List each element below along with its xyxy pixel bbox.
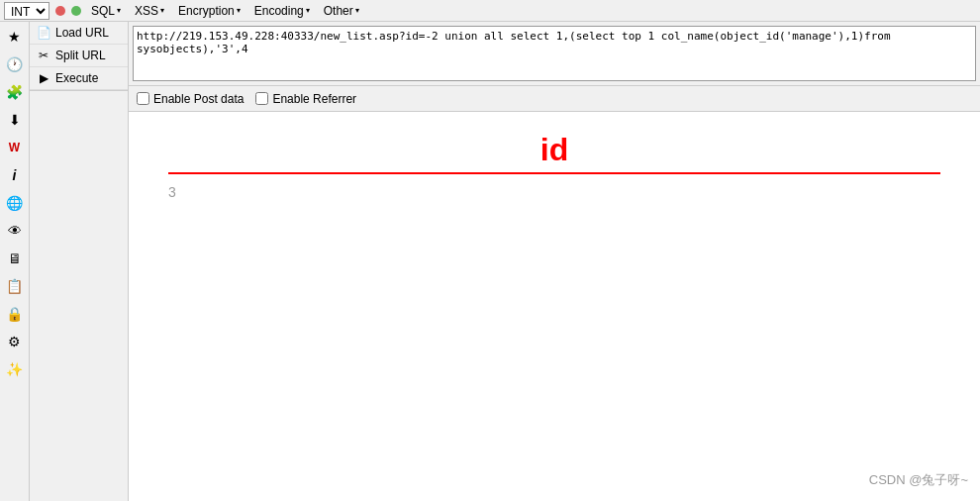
- result-value: 3: [168, 184, 940, 200]
- split-url-button[interactable]: ✂ Split URL: [30, 45, 128, 67]
- icon-sidebar: ★ 🕐 🧩 ⬇ W i 🌐 👁 🖥 📋 🔒 ⚙ ✨: [0, 22, 30, 501]
- left-section: ★ 🕐 🧩 ⬇ W i 🌐 👁 🖥 📋 🔒 ⚙ ✨ 📄 Load URL ✂: [0, 22, 129, 501]
- sidebar-icon-w[interactable]: W: [4, 137, 26, 158]
- encryption-menu[interactable]: Encryption▾: [174, 2, 245, 20]
- sidebar-icon-gear[interactable]: ⚙: [4, 331, 26, 352]
- execute-button[interactable]: ▶ Execute: [30, 67, 128, 90]
- split-url-icon: ✂: [36, 49, 51, 62]
- url-input[interactable]: [133, 26, 976, 81]
- execute-icon: ▶: [36, 71, 51, 85]
- sidebar-icon-star[interactable]: ★: [4, 26, 26, 48]
- result-heading: id: [129, 132, 980, 168]
- result-divider: [168, 172, 940, 174]
- enable-referrer-label[interactable]: Enable Referrer: [255, 92, 356, 106]
- sidebar-icon-clipboard[interactable]: 📋: [4, 275, 26, 297]
- load-url-button[interactable]: 📄 Load URL: [30, 22, 128, 45]
- sidebar-icon-spark[interactable]: ✨: [4, 358, 26, 380]
- content-panel: Enable Post data Enable Referrer id 3 CS…: [129, 22, 980, 501]
- sidebar-icon-lock[interactable]: 🔒: [4, 303, 26, 325]
- main-area: ★ 🕐 🧩 ⬇ W i 🌐 👁 🖥 📋 🔒 ⚙ ✨ 📄 Load URL ✂: [0, 22, 980, 501]
- enable-referrer-checkbox[interactable]: [255, 92, 268, 105]
- result-area: id 3 CSDN @兔子呀~: [129, 112, 980, 501]
- sql-menu[interactable]: SQL▾: [87, 2, 125, 20]
- dot-green-icon: [71, 6, 81, 16]
- dot-red-icon: [55, 6, 65, 16]
- post-bar: Enable Post data Enable Referrer: [129, 86, 980, 112]
- xss-menu[interactable]: XSS▾: [131, 2, 168, 20]
- tool-buttons: 📄 Load URL ✂ Split URL ▶ Execute: [30, 22, 128, 91]
- sidebar-icon-clock[interactable]: 🕐: [4, 53, 26, 75]
- sidebar-icon-info[interactable]: i: [4, 164, 26, 186]
- sidebar-icon-puzzle[interactable]: 🧩: [4, 81, 26, 103]
- other-menu[interactable]: Other▾: [320, 2, 363, 20]
- url-area: [129, 22, 980, 86]
- encoding-menu[interactable]: Encoding▾: [250, 2, 314, 20]
- load-url-icon: 📄: [36, 26, 51, 40]
- watermark: CSDN @兔子呀~: [869, 471, 968, 489]
- sidebar-icon-download[interactable]: ⬇: [4, 109, 26, 131]
- menu-bar: INT SQL▾ XSS▾ Encryption▾ Encoding▾ Othe…: [0, 0, 980, 22]
- sidebar-icon-eye[interactable]: 👁: [4, 220, 26, 242]
- sidebar-icon-monitor[interactable]: 🖥: [4, 248, 26, 269]
- int-select[interactable]: INT: [4, 2, 49, 20]
- enable-post-label[interactable]: Enable Post data: [137, 92, 244, 106]
- tool-panel: 📄 Load URL ✂ Split URL ▶ Execute: [30, 22, 129, 501]
- sidebar-icon-globe[interactable]: 🌐: [4, 192, 26, 214]
- enable-post-checkbox[interactable]: [137, 92, 149, 105]
